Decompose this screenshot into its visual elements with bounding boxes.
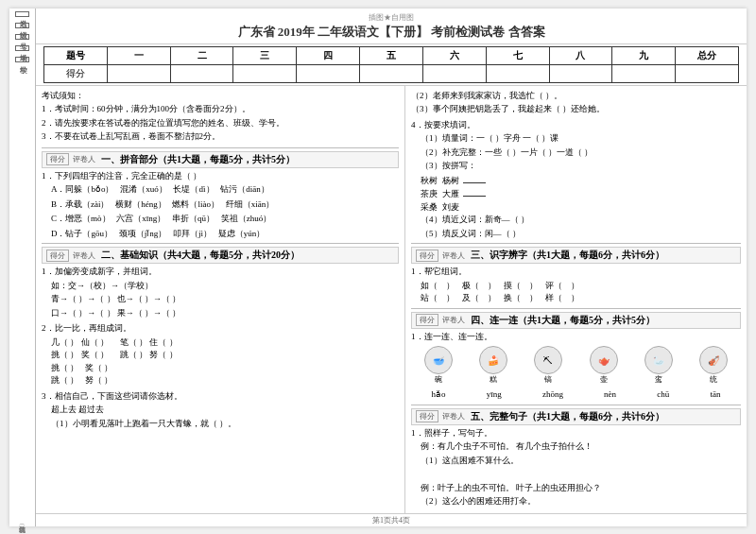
right-q4-label: 4．按要求填词。 xyxy=(411,119,741,132)
circle-string: 🎻 xyxy=(699,346,728,374)
col-header-5: 五 xyxy=(360,46,423,64)
section1-content: 1．下列四组字的注音，完全正确的是（ ） A．同躲（bǒo） 混淆（xuó） 长… xyxy=(42,170,399,241)
section2-q3-item1: （1）小明看见落叶上跑着一只大青蟓，就（ ）。 xyxy=(42,418,399,431)
score-6 xyxy=(422,64,486,82)
connect-img-2: 🍰 糕 xyxy=(479,346,507,386)
section-id-title: 三、识字辨字（共1大题，每题6分，共计6分） xyxy=(471,249,664,262)
section-connect-content: 1．连一连、连一连。 🥣 碗 🍰 糕 ⛏ 镐 xyxy=(411,331,741,402)
q4-i6: 采桑 刘麦 xyxy=(411,201,741,215)
field-name: 姓名 xyxy=(15,11,29,17)
score-7 xyxy=(486,64,549,82)
section-id-q1-label: 1．帮它组词。 xyxy=(411,266,741,279)
score-2 xyxy=(170,64,233,82)
section2-q3: 3．相信自己，下面这些词请你选材。 超上去 超过去 （1）小明看见落叶上跑着一只… xyxy=(42,390,399,431)
page-footer: 第1页共4页 xyxy=(36,513,747,526)
section1-q1-label: 1．下列四组字的注音，完全正确的是（ ） xyxy=(42,170,399,183)
right-q3-continue: （2）老师来到我家家访，我选忙（ ）。 （3）事个阿姨把钥匙丢了，我趁起来（ ）… xyxy=(411,90,741,116)
q4-i5: 茶庚 大雁 xyxy=(411,187,741,201)
q4-i2: （2）补充完整：一些（ ）一片（ ）一道（ ） xyxy=(411,146,741,160)
char-item-5: 站（ ） xyxy=(421,292,455,305)
col-header-7: 七 xyxy=(486,46,549,64)
score-4 xyxy=(297,64,360,82)
circle-bowl: 🥣 xyxy=(424,346,453,374)
section-connect-score: 得分 xyxy=(416,314,438,326)
section-sentence-title: 五、完整句子（共1大题，每题6分，共计6分） xyxy=(471,410,664,423)
circle-bird: 🦢 xyxy=(644,346,673,374)
char-item-4: 评（ ） xyxy=(545,280,579,293)
section-id-content: 1．帮它组词。 如（ ） 极（ ） 摸（ ） 评（ ） 站（ ） 及（ ） 换（… xyxy=(411,266,741,305)
score-total xyxy=(676,64,739,82)
section-connect-header: 得分 评卷人 四、连一连（共1大题，每题5分，共计5分） xyxy=(411,312,741,329)
circle-cake: 🍰 xyxy=(479,346,507,374)
connect-label-3: 镐 xyxy=(544,374,552,386)
char-item-6: 及（ ） xyxy=(462,292,496,305)
right-q-item1: （2）老师来到我家家访，我选忙（ ）。 xyxy=(411,90,741,103)
sentence-item4: （2）这么小的困难还用打伞。 xyxy=(411,495,741,508)
section1-header: 得分 评卷人 一、拼音部分（共1大题，每题5分，共计5分） xyxy=(42,151,399,168)
q2-i1: 几（ ） 仙（ ） xyxy=(51,336,109,350)
q2-row1: 几（ ） 仙（ ） 笔（ ） 住（ ） xyxy=(51,336,399,350)
col-header-8: 八 xyxy=(549,46,612,64)
col-header-9: 九 xyxy=(612,46,676,64)
section2-q1-item2: 口→（ ）→（ ） 果→（ ）→（ ） xyxy=(42,307,399,320)
q4-i8: （5）填反义词：闲—（ ） xyxy=(411,228,741,241)
right-column: （2）老师来到我家家访，我选忙（ ）。 （3）事个阿姨把钥匙丢了，我趁起来（ ）… xyxy=(405,86,747,513)
left-column: 考试须知： 1．考试时间：60分钟，满分为100分（含卷面分2分）。 2．请先按… xyxy=(36,86,405,513)
col-header-4: 四 xyxy=(297,46,360,64)
connect-images-row: 🥣 碗 🍰 糕 ⛏ 镐 🫖 壶 xyxy=(411,346,741,386)
section-id-reviewer: 评卷人 xyxy=(442,250,465,261)
section2-q2-items: 几（ ） 仙（ ） 笔（ ） 住（ ） 挑（ ） 奖（ ） 跳（ ） 努（ ） … xyxy=(42,336,399,388)
connect-img-5: 🦢 鸾 xyxy=(644,346,673,386)
circle-pick: ⛏ xyxy=(534,346,562,374)
section2-q3-sub: 超上去 超过去 xyxy=(42,404,399,417)
right-q4: 4．按要求填词。 （1）填量词：一（ ）字舟 一（ ）课 （2）补充完整：一些（… xyxy=(411,119,741,241)
connect-label-2: 糕 xyxy=(490,374,497,386)
sentence-q1-label: 1．照样子，写句子。 xyxy=(411,427,741,440)
score-8 xyxy=(549,64,612,82)
section-connect-title: 四、连一连（共1大题，每题5分，共计5分） xyxy=(471,314,655,327)
col-header-6: 六 xyxy=(422,46,486,64)
section-id-q1-items: 如（ ） 极（ ） 摸（ ） 评（ ） 站（ ） 及（ ） 换（ ） 样（ ） xyxy=(411,280,741,305)
q2-i2: 笔（ ） 住（ ） xyxy=(120,336,178,350)
py-5: chū xyxy=(657,388,669,402)
col-header-1: 一 xyxy=(107,46,170,64)
col-header-2: 二 xyxy=(170,46,233,64)
instructions-title: 考试须知： xyxy=(42,90,399,103)
option-c: C．增恶（mò） 六宫（xīng） 串折（qū） 笑祖（zhuó） xyxy=(51,213,399,226)
col-header-3: 三 xyxy=(233,46,297,64)
char-row-1: 如（ ） 极（ ） 摸（ ） 评（ ） xyxy=(421,280,741,293)
q2-i3: 挑（ ） 奖（ ） xyxy=(51,349,109,362)
section-sentence-header: 得分 评卷人 五、完整句子（共1大题，每题6分，共计6分） xyxy=(411,408,741,425)
option-d: D．钻子（gōu） 颈项（jǐng） 叩拜（jì） 疑虑（yún） xyxy=(51,228,399,241)
right-q-item2: （3）事个阿姨把钥匙丢了，我趁起来（ ）还给她。 xyxy=(411,103,741,116)
char-item-3: 摸（ ） xyxy=(504,280,538,293)
instruction-2: 2．请先按要求在答试卷的指定位置填写您的姓名、班级、学号。 xyxy=(42,117,399,130)
connect-img-3: ⛏ 镐 xyxy=(534,346,562,386)
option-b: B．承载（zài） 横财（héng） 燃料（liào） 纤细（xiān） xyxy=(51,198,399,212)
section2-q1-example: 如：交→（校）→（学校） xyxy=(42,280,399,293)
q4-i4: 秋树 杨树 xyxy=(411,174,741,188)
sentence-item1: （1）这点困难不算什么。 xyxy=(411,455,741,468)
col-header-title: 题号 xyxy=(44,46,108,64)
q2-row4: 跳（ ） 努（ ） xyxy=(51,374,399,388)
connect-label-1: 碗 xyxy=(435,374,442,386)
option-a: A．同躲（bǒo） 混淆（xuó） 长堤（dì） 钻污（diān） xyxy=(51,183,399,197)
instructions-block: 考试须知： 1．考试时间：60分钟，满分为100分（含卷面分2分）。 2．请先按… xyxy=(42,90,399,144)
left-margin: 姓名 班级 学号 考场 学校 装订线（勿填） xyxy=(9,9,36,526)
section2-q2: 2．比一比，再组成词。 几（ ） 仙（ ） 笔（ ） 住（ ） 挑（ ） 奖（ … xyxy=(42,322,399,388)
q4-caisang: 采桑 刘麦 xyxy=(421,202,459,212)
char-item-8: 样（ ） xyxy=(545,292,579,305)
section2-q3-label: 3．相信自己，下面这些词请你选材。 xyxy=(42,390,399,404)
char-item-2: 极（ ） xyxy=(462,280,496,293)
page-info: 第1页共4页 xyxy=(372,516,410,525)
score-5 xyxy=(360,64,423,82)
q4-cha: 茶庚 大雁 xyxy=(421,189,486,198)
q4-i1: （1）填量词：一（ ）字舟 一（ ）课 xyxy=(411,132,741,146)
score-9 xyxy=(612,64,676,82)
connect-img-1: 🥣 碗 xyxy=(424,346,453,386)
py-1: hǎo xyxy=(432,388,446,402)
section2-q2-label: 2．比一比，再组成词。 xyxy=(42,322,399,336)
connect-instruction: 1．连一连、连一连。 xyxy=(411,331,741,344)
sentence-item3: 例：叶子上的虫不可怕。 叶子上的虫还用担心？ xyxy=(411,482,741,495)
section1-reviewer: 评卷人 xyxy=(73,154,95,164)
